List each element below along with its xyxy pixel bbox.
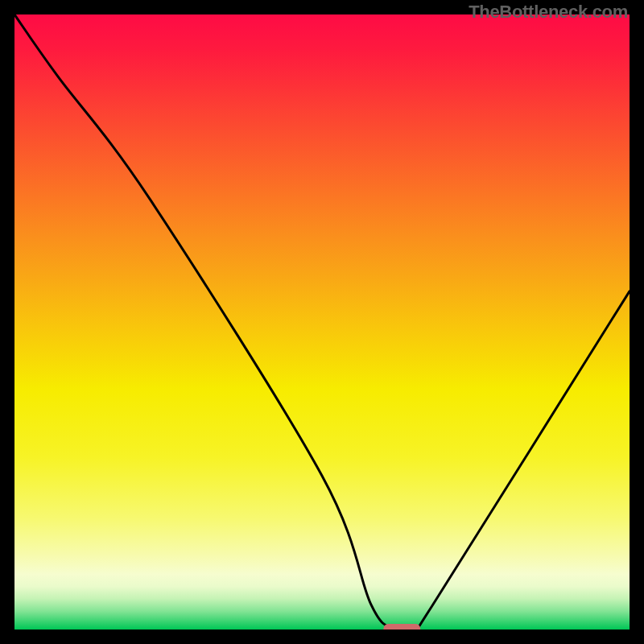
gradient-background	[14, 14, 630, 630]
optimal-marker	[383, 624, 420, 630]
attribution-text: TheBottleneck.com	[469, 2, 628, 23]
chart-canvas	[14, 14, 630, 630]
plot-area	[14, 14, 630, 630]
